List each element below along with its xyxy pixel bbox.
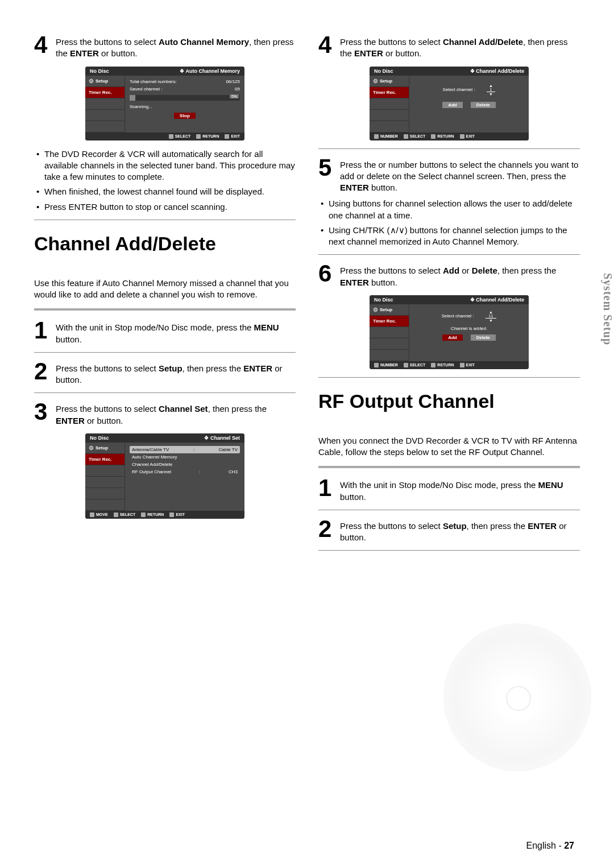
step-text: Press the buttons to select Add or Delet… [340,263,580,288]
left-bullet-list: The DVD Recorder & VCR will automaticall… [34,148,296,213]
osd-total-channels-value: 06/125 [226,79,240,84]
osd-hint-select: SELECT [404,363,426,367]
osd-hint-return: RETURN [196,134,219,139]
osd-hint-number: NUMBER [374,363,398,367]
osd-channel-add-delete-2: No Disc ❖ Channel Add/Delete Setup Timer… [370,295,529,369]
list-item: Press ENTER button to stop or cancel sca… [44,201,296,213]
divider [318,148,580,149]
section-title-channel-add-delete: Channel Add/Delete [34,233,296,255]
osd-title-left: No Disc [90,68,109,74]
section-title-rf-output: RF Output Channel [318,390,580,412]
osd-total-channels-label: Total channel numbers: [130,79,177,84]
list-item: The DVD Recorder & VCR will automaticall… [44,148,296,183]
osd-hint-exit: EXIT [169,512,185,517]
step-number: 1 [34,320,50,345]
osd-hint-select: SELECT [169,134,191,139]
osd-channel-set: No Disc ❖ Channel Set Setup Timer Rec. A… [85,433,244,519]
osd-side-timer-rec: Timer Rec. [370,316,409,327]
divider [318,377,580,378]
osd-title-left: No Disc [374,297,393,303]
osd-side-setup: Setup [370,76,409,87]
step-number: 2 [34,361,50,386]
step-number: 2 [318,518,334,544]
osd-hint-exit: EXIT [460,363,475,367]
step-text: Press the buttons to select Channel Add/… [340,34,580,60]
osd-title-left: No Disc [374,68,393,74]
osd-status-added: Channel is added. [451,326,488,331]
divider-thick [318,466,580,468]
osd-menu-row-auto-memory[interactable]: Auto Channel Memory [130,453,240,461]
gear-icon [89,78,94,84]
osd-progress-percent: 5% [230,94,239,98]
osd-saved-label: Saved channel : [130,86,162,92]
left-step-3: 3 Press the buttons to select Channel Se… [34,401,296,427]
step-text: With the unit in Stop mode/No Disc mode,… [340,477,580,503]
osd-title-right: ❖ Channel Set [204,435,240,441]
osd-side-timer-rec: Timer Rec. [370,87,409,98]
osd-hint-number: NUMBER [374,134,398,139]
osd-select-channel-label: Select channel : [443,87,475,92]
osd-hint-exit: EXIT [460,134,475,139]
osd-hint-select: SELECT [114,512,136,517]
osd-hint-exit: EXIT [225,134,240,139]
osd-side-timer-rec: Timer Rec. [85,87,125,98]
step-text: Press the buttons to select Channel Set,… [56,401,296,427]
list-item: When finished, the lowest channel found … [44,186,296,197]
osd-menu-row-antenna[interactable]: Antenna/Cable TV:Cable TV [130,446,240,453]
decorative-disc [443,623,591,771]
step-number: 1 [318,477,334,503]
step-number: 3 [34,401,50,427]
osd-menu-row-rf-output[interactable]: RF Output Channel:CH3 [130,468,240,476]
intro-text-rf: When you connect the DVD Recorder & VCR … [318,435,580,458]
osd-delete-button[interactable]: Delete [471,102,496,108]
osd-title-right: ❖ Auto Channel Memory [180,68,240,74]
osd-side-setup: Setup [370,304,409,316]
left-column: 4 Press the buttons to select Auto Chann… [34,34,296,559]
step-text: Press the buttons to select Auto Channel… [56,34,296,60]
osd-channel-add-delete-1: No Disc ❖ Channel Add/Delete Setup Timer… [370,67,529,140]
right-step-6: 6 Press the buttons to select Add or Del… [318,263,580,288]
osd-hint-select: SELECT [404,134,426,139]
osd-hint-return: RETURN [431,134,454,139]
osd-saved-value: 05 [235,86,240,92]
osd-delete-button[interactable]: Delete [471,334,496,341]
list-item: Using CH/TRK (∧/∨) buttons for channel s… [329,225,580,248]
osd-stop-button[interactable]: Stop [174,113,196,119]
osd-select-channel-label: Select channel : [442,313,474,319]
right-rstep-1: 1 With the unit in Stop mode/No Disc mod… [318,477,580,503]
osd-title-right: ❖ Channel Add/Delete [470,68,524,74]
left-step-2: 2 Press the buttons to select Setup, the… [34,361,296,386]
divider-thick [34,308,296,311]
osd-menu-row-add-delete[interactable]: Channel Add/Delete [130,461,240,468]
osd-hint-return: RETURN [141,512,164,517]
osd-channel-stepper[interactable]: ▲11▼ [486,310,497,323]
osd-progress-bar: 5% [130,95,240,101]
right-step-5: 5 Press the or number buttons to select … [318,157,580,194]
gear-icon [89,445,94,451]
osd-channel-stepper[interactable]: ▲1▼ [487,84,496,96]
left-step-1: 1 With the unit in Stop mode/No Disc mod… [34,320,296,345]
osd-hint-return: RETURN [431,363,454,367]
step-text: Press the or number buttons to select th… [340,157,580,194]
right-column: 4 Press the buttons to select Channel Ad… [318,34,580,559]
right-bullets-5: Using buttons for channel selection allo… [318,198,580,247]
osd-add-button[interactable]: Add [442,334,463,341]
divider [34,392,296,393]
gear-icon [373,307,378,313]
step-number: 4 [318,34,334,60]
divider [34,220,296,220]
osd-status-scanning: Scanning... [130,104,240,109]
osd-side-setup: Setup [85,76,125,87]
step-number: 6 [318,263,334,288]
right-rstep-2: 2 Press the buttons to select Setup, the… [318,518,580,544]
osd-title-right: ❖ Channel Add/Delete [470,297,524,303]
intro-text: Use this feature if Auto Channel Memory … [34,278,296,301]
gear-icon [373,78,378,84]
left-step-4: 4 Press the buttons to select Auto Chann… [34,34,296,60]
step-text: With the unit in Stop mode/No Disc mode,… [56,320,296,345]
list-item: Using buttons for channel selection allo… [329,198,580,221]
divider [318,254,580,255]
divider [318,510,580,510]
divider [34,352,296,353]
osd-add-button[interactable]: Add [442,102,463,108]
